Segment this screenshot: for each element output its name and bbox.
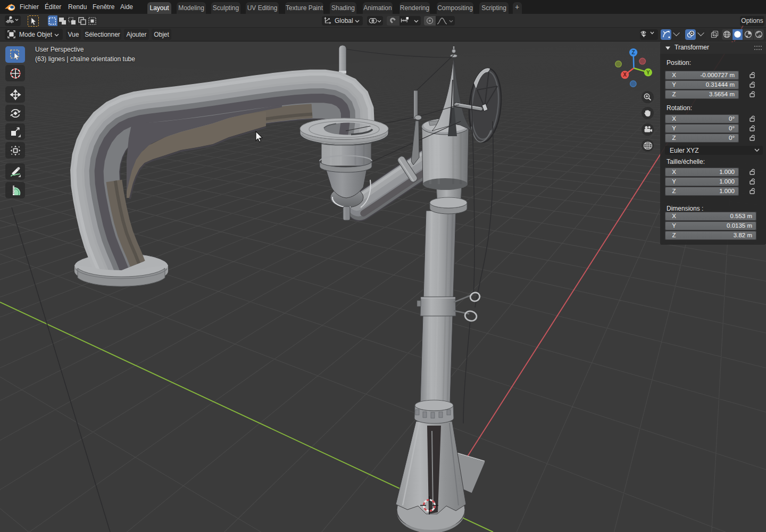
svg-text:Y: Y: [646, 70, 650, 76]
svg-text:Z: Z: [632, 49, 635, 55]
svg-text:X: X: [623, 72, 627, 78]
